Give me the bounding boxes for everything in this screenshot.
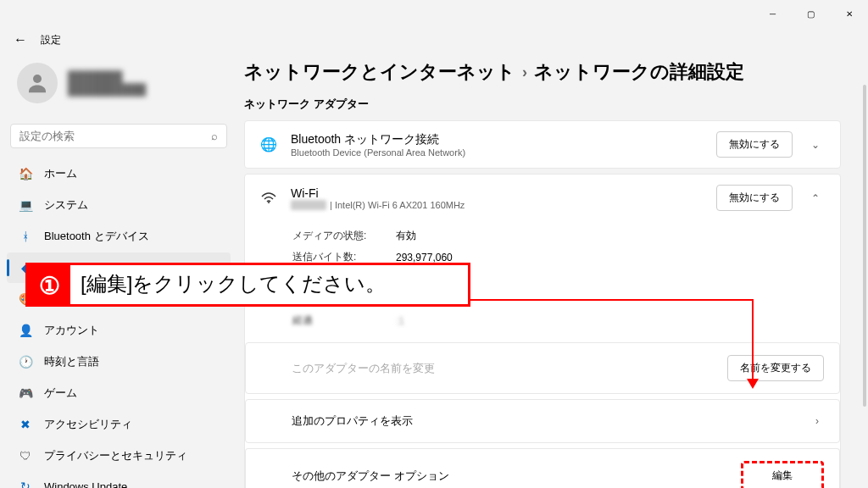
breadcrumb: ネットワークとインターネット › ネットワークの詳細設定: [244, 59, 841, 85]
sidebar-item-privacy[interactable]: 🛡プライバシーとセキュリティ: [7, 441, 231, 471]
annotation-callout: ① [編集]をクリックしてください。: [25, 263, 470, 307]
annotation-text: [編集]をクリックしてください。: [70, 265, 396, 304]
sidebar-item-home[interactable]: 🏠ホーム: [7, 158, 231, 189]
maximize-button[interactable]: ▢: [792, 0, 830, 27]
annotation-arrow: [469, 299, 754, 301]
sidebar-item-time[interactable]: 🕐時刻と言語: [7, 347, 231, 377]
chevron-up-icon[interactable]: ⌃: [806, 189, 825, 208]
adapter-bluetooth[interactable]: 🌐 Bluetooth ネットワーク接続 Bluetooth Device (P…: [244, 120, 841, 169]
sidebar-item-update[interactable]: ↻Windows Update: [7, 472, 231, 488]
sidebar-item-accessibility[interactable]: ✖アクセシビリティ: [7, 409, 231, 440]
sidebar-item-accounts[interactable]: 👤アカウント: [7, 315, 231, 346]
breadcrumb-parent[interactable]: ネットワークとインターネット: [244, 59, 515, 85]
annotation-arrow-head: [747, 379, 759, 389]
window-title: 設定: [41, 33, 61, 47]
scrollbar[interactable]: [863, 85, 866, 407]
svg-point-0: [33, 75, 42, 83]
search-input[interactable]: ⌕: [10, 124, 227, 148]
additional-properties-row[interactable]: 追加のプロパティを表示 ›: [245, 399, 840, 443]
avatar: [17, 63, 58, 103]
privacy-icon: 🛡: [19, 449, 32, 463]
accessibility-icon: ✖: [19, 418, 32, 431]
edit-button[interactable]: 編集: [741, 461, 824, 488]
sidebar-item-gaming[interactable]: 🎮ゲーム: [7, 378, 231, 408]
home-icon: 🏠: [19, 167, 32, 180]
adapter-options-row[interactable]: その他のアダプター オプション 編集: [245, 448, 840, 488]
svg-point-1: [268, 202, 270, 203]
search-icon: ⌕: [211, 130, 218, 142]
chevron-down-icon[interactable]: ⌄: [806, 136, 825, 154]
bluetooth-icon: ᚼ: [19, 230, 32, 243]
chevron-right-icon: ›: [810, 412, 824, 430]
user-name: █████████████████: [68, 70, 146, 96]
gaming-icon: 🎮: [19, 386, 32, 400]
annotation-number: ①: [28, 265, 70, 304]
chevron-right-icon: ›: [522, 64, 527, 81]
sidebar-item-system[interactable]: 💻システム: [7, 190, 231, 220]
disable-bluetooth-button[interactable]: 無効にする: [716, 131, 793, 158]
globe-icon: 🌐: [260, 136, 277, 152]
time-icon: 🕐: [19, 355, 32, 369]
update-icon: ↻: [19, 480, 32, 488]
disable-wifi-button[interactable]: 無効にする: [716, 185, 793, 211]
wifi-icon: [260, 192, 277, 204]
annotation-arrow: [752, 299, 754, 382]
back-button[interactable]: ←: [14, 32, 27, 47]
sidebar-item-bluetooth[interactable]: ᚼBluetooth とデバイス: [7, 221, 231, 252]
page-title: ネットワークの詳細設定: [534, 59, 744, 85]
user-profile[interactable]: █████████████████: [7, 56, 231, 117]
person-icon: [25, 70, 50, 96]
close-button[interactable]: ✕: [830, 0, 868, 27]
rename-button[interactable]: 名前を変更する: [727, 355, 824, 381]
accounts-icon: 👤: [19, 324, 32, 337]
system-icon: 💻: [19, 198, 32, 212]
minimize-button[interactable]: ─: [754, 0, 792, 27]
section-adapters: ネットワーク アダプター: [244, 97, 841, 112]
